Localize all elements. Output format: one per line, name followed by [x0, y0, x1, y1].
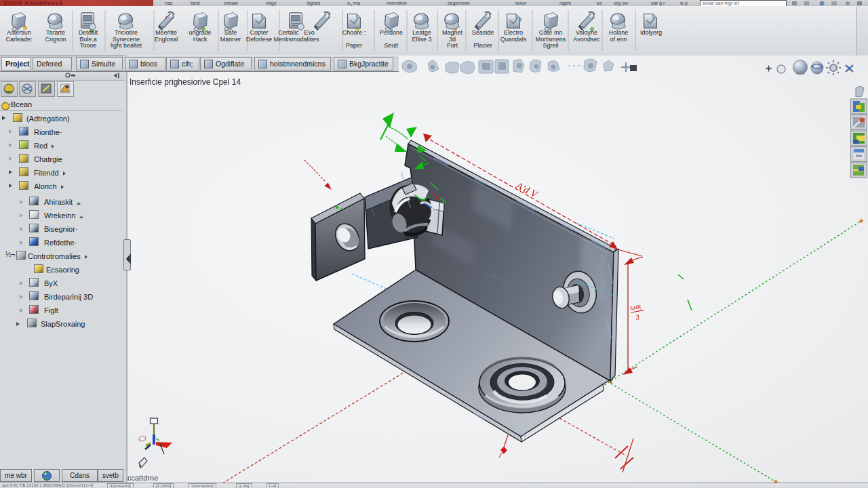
svg-text:3: 3 [635, 313, 641, 322]
svg-text:ωσι: ωσι [629, 302, 642, 311]
